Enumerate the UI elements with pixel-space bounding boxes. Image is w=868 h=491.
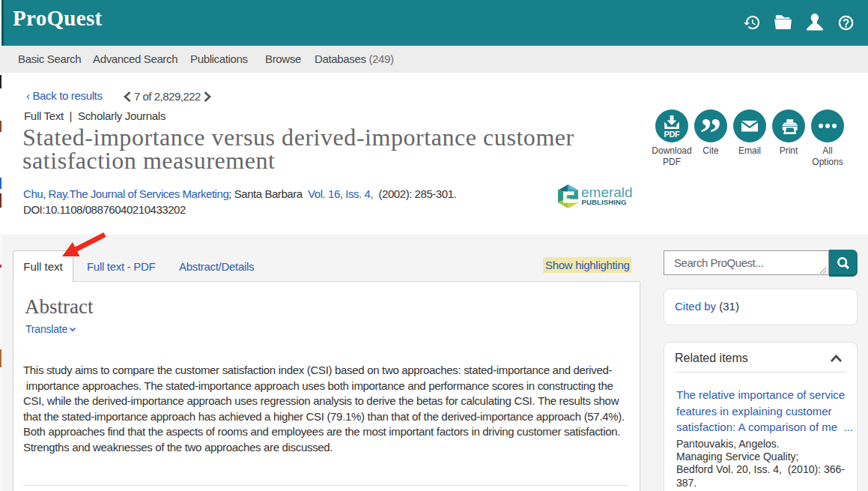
svg-text:PDF: PDF xyxy=(664,130,680,139)
svg-text:PUBLISHING: PUBLISHING xyxy=(582,198,627,206)
svg-text:”: ” xyxy=(700,109,722,142)
